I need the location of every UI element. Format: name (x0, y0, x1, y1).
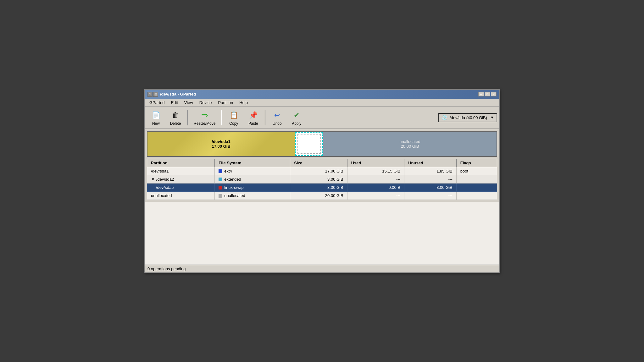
cell-used: 15.15 GiB (347, 167, 404, 175)
copy-button[interactable]: 📋 Copy (225, 108, 243, 127)
maximize-button[interactable]: □ (485, 92, 490, 96)
disk-dropdown-arrow[interactable]: ▼ (490, 115, 494, 120)
new-icon: 📄 (150, 110, 162, 121)
app-icon-2: ▤ (153, 92, 158, 97)
disk-part-copy (295, 132, 323, 156)
window-title: /dev/sda - GParted (160, 92, 196, 96)
menu-edit[interactable]: Edit (168, 99, 181, 106)
paste-icon: 📌 (247, 110, 259, 121)
cell-used: --- (347, 175, 404, 183)
delete-button[interactable]: 🗑 Delete (166, 108, 185, 127)
paste-button[interactable]: 📌 Paste (244, 108, 262, 127)
window-controls: ─ □ ✕ (478, 92, 497, 96)
menu-help[interactable]: Help (236, 99, 251, 106)
minimize-button[interactable]: ─ (478, 92, 484, 96)
cell-filesystem: unallocated (215, 191, 290, 200)
toolbar-separator-1 (187, 110, 188, 125)
col-unused: Unused (404, 159, 457, 167)
col-flags: Flags (456, 159, 497, 167)
cell-size: 3.00 GiB (290, 175, 347, 183)
col-used: Used (347, 159, 404, 167)
cell-filesystem: linux-swap (215, 183, 290, 191)
cell-flags (456, 191, 497, 200)
menu-gparted[interactable]: GParted (146, 99, 168, 106)
sda1-label: /dev/sda1 (212, 139, 230, 144)
disk-selector[interactable]: 💿 /dev/sda (40.00 GiB) ▼ (438, 113, 497, 122)
col-partition: Partition (147, 159, 215, 167)
disk-part-sda1[interactable]: /dev/sda1 17.00 GiB (147, 132, 295, 156)
status-text: 0 operations pending (147, 266, 186, 271)
cell-size: 17.00 GiB (290, 167, 347, 175)
cell-flags (456, 183, 497, 191)
main-window: ⊙ ▤ /dev/sda - GParted ─ □ ✕ GParted Edi… (144, 89, 500, 273)
table-row[interactable]: unallocatedunallocated20.00 GiB------ (147, 191, 497, 200)
menu-device[interactable]: Device (196, 99, 215, 106)
cell-unused: --- (404, 175, 457, 183)
delete-label: Delete (170, 121, 181, 126)
col-size: Size (290, 159, 347, 167)
new-button[interactable]: 📄 New (147, 108, 165, 127)
cell-filesystem: ext4 (215, 167, 290, 175)
disk-label: /dev/sda (40.00 GiB) (450, 115, 487, 120)
cell-unused: 3.00 GiB (404, 183, 457, 191)
statusbar: 0 operations pending (145, 265, 499, 272)
cell-used: --- (347, 191, 404, 200)
apply-icon: ✔ (291, 110, 302, 121)
menu-partition[interactable]: Partition (215, 99, 236, 106)
disk-icon: 💿 (441, 115, 448, 121)
cell-partition: /dev/sda5 (147, 183, 215, 191)
cell-size: 3.00 GiB (290, 183, 347, 191)
table-row[interactable]: ▼/dev/sda2extended3.00 GiB------ (147, 175, 497, 183)
undo-icon: ↩ (271, 110, 283, 121)
cell-size: 20.00 GiB (290, 191, 347, 200)
cell-unused: 1.85 GiB (404, 167, 457, 175)
paste-label: Paste (248, 121, 258, 126)
sda1-size: 17.00 GiB (212, 144, 230, 149)
apply-label: Apply (292, 121, 301, 126)
cell-flags (456, 175, 497, 183)
titlebar-icons: ⊙ ▤ (147, 92, 158, 97)
menubar: GParted Edit View Device Partition Help (145, 99, 499, 107)
cell-partition: unallocated (147, 191, 215, 200)
empty-area (145, 202, 499, 265)
table-row[interactable]: /dev/sda1ext417.00 GiB15.15 GiB1.85 GiBb… (147, 167, 497, 175)
menu-view[interactable]: View (181, 99, 196, 106)
delete-icon: 🗑 (170, 110, 181, 121)
undo-button[interactable]: ↩ Undo (268, 108, 286, 127)
copy-label: Copy (229, 121, 238, 126)
undo-label: Undo (273, 121, 282, 126)
titlebar-left: ⊙ ▤ /dev/sda - GParted (147, 92, 196, 97)
resize-icon: ⇒ (199, 110, 210, 121)
col-filesystem: File System (215, 159, 290, 167)
unalloc-size: 20.00 GiB (401, 144, 419, 149)
table-row[interactable]: /dev/sda5linux-swap3.00 GiB0.00 B3.00 Gi… (147, 183, 497, 191)
table-header-row: Partition File System Size Used Unused F… (147, 159, 497, 167)
partition-table: Partition File System Size Used Unused F… (147, 159, 497, 200)
cell-flags: boot (456, 167, 497, 175)
close-button[interactable]: ✕ (491, 92, 497, 96)
copy-icon: 📋 (228, 110, 239, 121)
disk-part-unallocated[interactable]: unallocated 20.00 GiB (323, 132, 497, 156)
resize-button[interactable]: ⇒ Resize/Move (190, 108, 219, 127)
toolbar-separator-3 (265, 110, 265, 125)
new-label: New (152, 121, 160, 126)
apply-button[interactable]: ✔ Apply (287, 108, 306, 127)
toolbar-separator-2 (221, 110, 222, 125)
disk-visual: /dev/sda1 17.00 GiB unallocated 20.00 Gi… (147, 131, 497, 157)
toolbar: 📄 New 🗑 Delete ⇒ Resize/Move 📋 Copy 📌 Pa… (145, 107, 499, 129)
cell-used: 0.00 B (347, 183, 404, 191)
titlebar: ⊙ ▤ /dev/sda - GParted ─ □ ✕ (145, 90, 499, 99)
resize-label: Resize/Move (194, 121, 215, 126)
cell-partition: ▼/dev/sda2 (147, 175, 215, 183)
cell-partition: /dev/sda1 (147, 167, 215, 175)
unalloc-label: unallocated (399, 139, 420, 144)
app-icon-1: ⊙ (147, 92, 153, 97)
cell-filesystem: extended (215, 175, 290, 183)
cell-unused: --- (404, 191, 457, 200)
